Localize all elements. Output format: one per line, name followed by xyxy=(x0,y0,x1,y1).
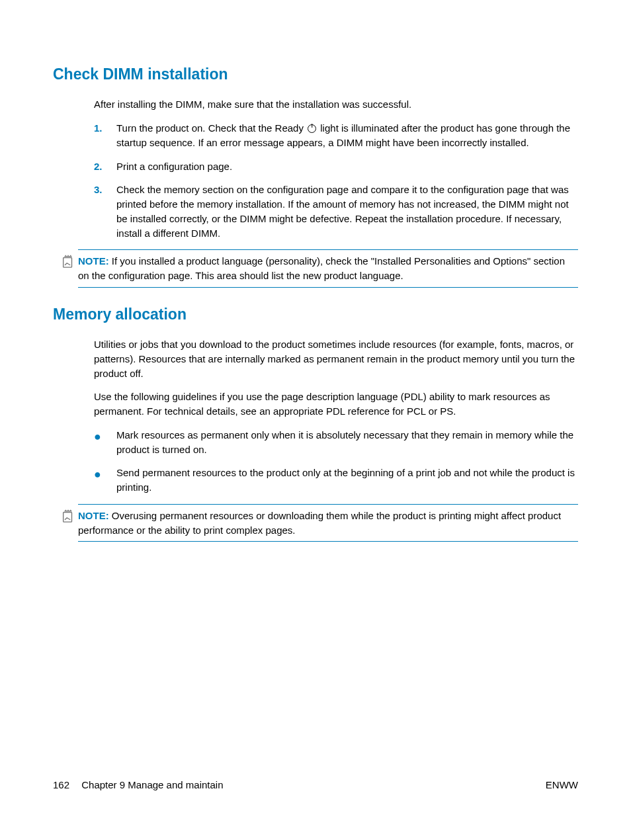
note-label: NOTE: xyxy=(78,255,109,267)
note-icon xyxy=(61,254,75,273)
step-text: Print a configuration page. xyxy=(116,159,578,174)
step-number: 1. xyxy=(94,121,116,150)
page-footer: 162 Chapter 9 Manage and maintain ENWW xyxy=(53,778,578,792)
step-number: 3. xyxy=(94,183,116,240)
install-steps: 1. Turn the product on. Check that the R… xyxy=(94,121,578,240)
step-text-part-a: Turn the product on. Check that the Read… xyxy=(116,122,306,134)
footer-right: ENWW xyxy=(546,778,578,792)
step-text: Check the memory section on the configur… xyxy=(116,183,578,240)
bullet-text: Send permanent resources to the product … xyxy=(116,466,578,495)
bullet-icon: ● xyxy=(94,466,116,495)
ready-light-icon xyxy=(308,124,316,133)
note-label: NOTE: xyxy=(78,510,109,521)
note-text: If you installed a product language (per… xyxy=(78,255,565,281)
note-block: NOTE: Overusing permanent resources or d… xyxy=(78,504,578,542)
intro-text: After installing the DIMM, make sure tha… xyxy=(94,97,578,112)
bullet-text: Mark resources as permanent only when it… xyxy=(116,428,578,457)
memory-p2: Use the following guidelines if you use … xyxy=(94,390,578,419)
chapter-label: Chapter 9 Manage and maintain xyxy=(81,779,223,790)
note-icon xyxy=(61,509,75,527)
bullet-icon: ● xyxy=(94,428,116,457)
list-item: ● Mark resources as permanent only when … xyxy=(94,428,578,457)
heading-memory-allocation: Memory allocation xyxy=(53,304,578,325)
section-check-dimm: Check DIMM installation After installing… xyxy=(53,63,578,288)
heading-check-dimm: Check DIMM installation xyxy=(53,63,578,85)
footer-left: 162 Chapter 9 Manage and maintain xyxy=(53,778,224,792)
svg-rect-1 xyxy=(63,512,72,522)
step-number: 2. xyxy=(94,159,116,174)
step-3: 3. Check the memory section on the confi… xyxy=(94,183,578,240)
list-item: ● Send permanent resources to the produc… xyxy=(94,466,578,495)
note-text: Overusing permanent resources or downloa… xyxy=(78,510,561,536)
step-2: 2. Print a configuration page. xyxy=(94,159,578,174)
guidelines-list: ● Mark resources as permanent only when … xyxy=(94,428,578,495)
svg-rect-0 xyxy=(63,258,72,268)
page-number: 162 xyxy=(53,778,69,792)
section-memory-allocation: Memory allocation Utilities or jobs that… xyxy=(53,304,578,542)
note-block: NOTE: If you installed a product languag… xyxy=(78,249,578,288)
step-text: Turn the product on. Check that the Read… xyxy=(116,121,578,150)
step-1: 1. Turn the product on. Check that the R… xyxy=(94,121,578,150)
memory-p1: Utilities or jobs that you download to t… xyxy=(94,337,578,380)
